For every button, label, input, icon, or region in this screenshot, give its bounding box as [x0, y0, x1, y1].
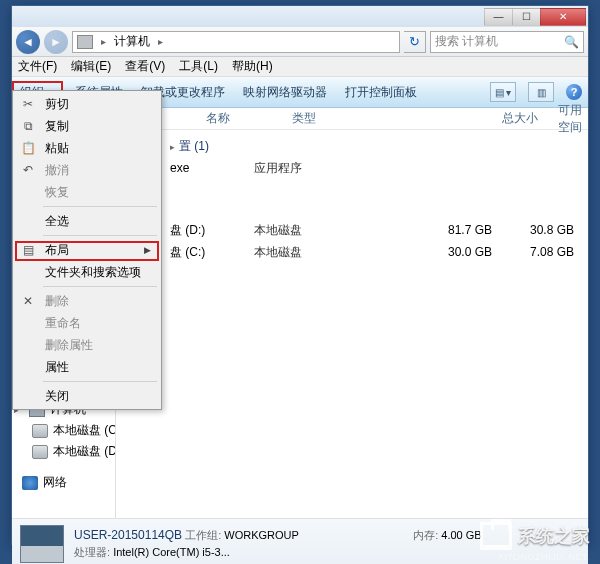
- menu-tools[interactable]: 工具(L): [179, 58, 218, 75]
- search-placeholder: 搜索 计算机: [435, 33, 498, 50]
- help-icon[interactable]: ?: [566, 84, 582, 100]
- menubar: 文件(F) 编辑(E) 查看(V) 工具(L) 帮助(H): [12, 57, 588, 77]
- menu-item-rename[interactable]: 重命名: [15, 312, 159, 334]
- menu-item-copy[interactable]: ⧉ 复制: [15, 115, 159, 137]
- details-title: USER-20150114QB: [74, 528, 182, 542]
- breadcrumb[interactable]: 计算机: [114, 33, 150, 50]
- cell-free: 7.08 GB: [512, 245, 588, 259]
- details-label: 内存:: [413, 529, 438, 541]
- menu-item-label: 复制: [45, 118, 69, 135]
- preview-pane-button[interactable]: ▥: [528, 82, 554, 102]
- chevron-icon[interactable]: ▸: [154, 36, 167, 47]
- section-header[interactable]: ▸ 置 (1): [116, 130, 588, 157]
- cell-size: 81.7 GB: [394, 223, 512, 237]
- menu-item-properties[interactable]: 属性: [15, 356, 159, 378]
- details-value: WORKGROUP: [224, 529, 299, 541]
- menu-item-paste[interactable]: 📋 粘贴: [15, 137, 159, 159]
- menu-item-label: 布局: [45, 242, 69, 259]
- chevron-icon[interactable]: ▸: [97, 36, 110, 47]
- menu-item-label: 全选: [45, 213, 69, 230]
- column-header-type[interactable]: 类型: [292, 110, 442, 127]
- menu-file[interactable]: 文件(F): [18, 58, 57, 75]
- menu-item-label: 恢复: [45, 184, 69, 201]
- details-value: Intel(R) Core(TM) i5-3...: [113, 546, 230, 558]
- menu-edit[interactable]: 编辑(E): [71, 58, 111, 75]
- back-button[interactable]: ◄: [16, 30, 40, 54]
- sidebar-item-drive-c[interactable]: 本地磁盘 (C: [12, 420, 115, 441]
- column-header-name[interactable]: 名称: [206, 110, 292, 127]
- blank-icon: [19, 264, 37, 280]
- menu-separator: [43, 381, 157, 382]
- menu-item-label: 删除属性: [45, 337, 93, 354]
- watermark-url: XITONGZHIJIA.NET: [498, 552, 588, 562]
- watermark: 系统之家: [480, 522, 590, 550]
- undo-icon: ↶: [19, 162, 37, 178]
- watermark-icon: [480, 522, 512, 550]
- submenu-arrow-icon: ▶: [144, 245, 151, 255]
- menu-item-label: 关闭: [45, 388, 69, 405]
- layout-icon: ▤: [19, 242, 37, 258]
- network-icon: [22, 476, 38, 490]
- search-input[interactable]: 搜索 计算机 🔍: [430, 31, 584, 53]
- cell-type: 本地磁盘: [254, 244, 394, 261]
- navigation-bar: ◄ ► ▸ 计算机 ▸ ↻ 搜索 计算机 🔍: [12, 27, 588, 57]
- blank-icon: [19, 213, 37, 229]
- drive-icon: [32, 424, 48, 438]
- sidebar-item-network[interactable]: 网络: [12, 472, 115, 493]
- menu-view[interactable]: 查看(V): [125, 58, 165, 75]
- blank-icon: [19, 388, 37, 404]
- control-panel-button[interactable]: 打开控制面板: [345, 84, 417, 101]
- menu-item-cut[interactable]: ✂ 剪切: [15, 93, 159, 115]
- sidebar-item-label: 网络: [43, 474, 67, 491]
- menu-help[interactable]: 帮助(H): [232, 58, 273, 75]
- cell-name: 盘 (D:): [170, 222, 254, 239]
- menu-item-layout[interactable]: ▤ 布局 ▶: [15, 239, 159, 261]
- menu-item-close[interactable]: 关闭: [15, 385, 159, 407]
- view-mode-button[interactable]: ▤ ▾: [490, 82, 516, 102]
- menu-item-label: 剪切: [45, 96, 69, 113]
- menu-item-delete[interactable]: ✕ 删除: [15, 290, 159, 312]
- blank-icon: [19, 315, 37, 331]
- list-item[interactable]: 盘 (C:) 本地磁盘 30.0 GB 7.08 GB: [116, 241, 588, 263]
- details-label: 处理器:: [74, 546, 110, 558]
- menu-item-undo[interactable]: ↶ 撤消: [15, 159, 159, 181]
- computer-icon: [77, 35, 93, 49]
- address-bar[interactable]: ▸ 计算机 ▸: [72, 31, 400, 53]
- cell-free: 30.8 GB: [512, 223, 588, 237]
- section-label: 置 (1): [179, 138, 209, 155]
- details-label: 工作组:: [185, 529, 221, 541]
- menu-item-label: 文件夹和搜索选项: [45, 264, 141, 281]
- list-item[interactable]: exe 应用程序: [116, 157, 588, 179]
- computer-large-icon: [20, 525, 64, 563]
- refresh-button[interactable]: ↻: [404, 31, 426, 53]
- cell-type: 应用程序: [254, 160, 394, 177]
- details-value: 4.00 GB: [441, 529, 481, 541]
- cell-size: 30.0 GB: [394, 245, 512, 259]
- close-button[interactable]: ✕: [540, 8, 586, 26]
- redo-icon: [19, 184, 37, 200]
- copy-icon: ⧉: [19, 118, 37, 134]
- minimize-button[interactable]: —: [484, 8, 513, 26]
- menu-item-label: 粘贴: [45, 140, 69, 157]
- list-item[interactable]: 盘 (D:) 本地磁盘 81.7 GB 30.8 GB: [116, 219, 588, 241]
- search-icon[interactable]: 🔍: [564, 35, 579, 49]
- titlebar[interactable]: — ☐ ✕: [12, 6, 588, 27]
- menu-item-select-all[interactable]: 全选: [15, 210, 159, 232]
- cut-icon: ✂: [19, 96, 37, 112]
- forward-button[interactable]: ►: [44, 30, 68, 54]
- paste-icon: 📋: [19, 140, 37, 156]
- cell-type: 本地磁盘: [254, 222, 394, 239]
- map-drive-button[interactable]: 映射网络驱动器: [243, 84, 327, 101]
- menu-item-redo[interactable]: 恢复: [15, 181, 159, 203]
- sidebar-item-drive-d[interactable]: 本地磁盘 (D: [12, 441, 115, 462]
- column-header-free[interactable]: 可用空间: [558, 102, 588, 136]
- column-headers: 名称 类型 总大小 可用空间: [116, 108, 588, 130]
- watermark-text: 系统之家: [518, 524, 590, 548]
- menu-separator: [43, 206, 157, 207]
- drive-icon: [32, 445, 48, 459]
- menu-item-remove-props[interactable]: 删除属性: [15, 334, 159, 356]
- maximize-button[interactable]: ☐: [512, 8, 541, 26]
- menu-item-folder-options[interactable]: 文件夹和搜索选项: [15, 261, 159, 283]
- blank-icon: [19, 337, 37, 353]
- column-header-size[interactable]: 总大小: [442, 110, 558, 127]
